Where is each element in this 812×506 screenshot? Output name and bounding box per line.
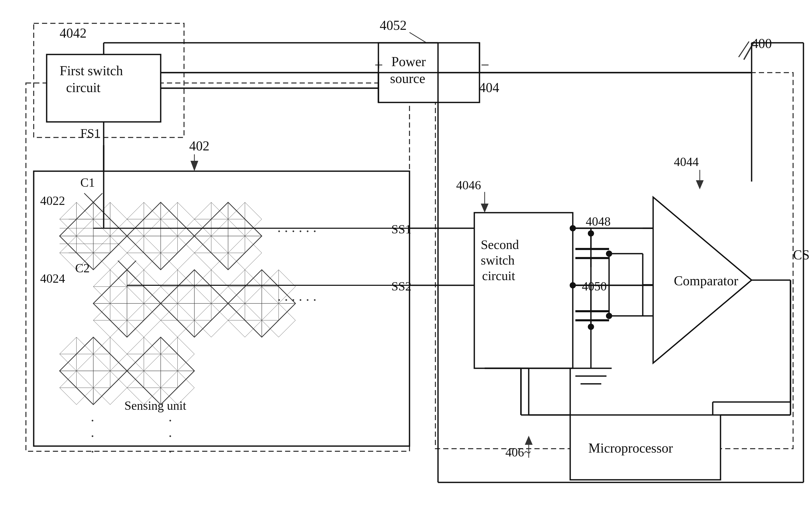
cs-label: CS	[793, 247, 810, 262]
power-source-label-line1: Power	[391, 54, 426, 69]
microprocessor-label: Microprocessor	[588, 441, 673, 455]
fs1-label: FS1	[80, 126, 100, 140]
ref-4022-label: 4022	[40, 194, 65, 207]
svg-rect-10	[34, 171, 409, 446]
ref-4050-label: 4050	[582, 279, 607, 293]
ref-4042-label: 4042	[60, 26, 87, 40]
sensing-unit-label: Sensing unit	[124, 399, 186, 412]
ellipsis-h-1: · · · · · ·	[277, 223, 316, 239]
ss2-label: SS2	[391, 279, 411, 293]
ellipsis-v-6: ·	[169, 444, 172, 459]
second-switch-label-line1: Second	[481, 237, 519, 252]
ellipsis-v-5: ·	[169, 428, 172, 444]
minus-sign: −	[481, 57, 489, 73]
ref-4024-label: 4024	[40, 271, 65, 285]
c1-label: C1	[80, 176, 95, 189]
ellipsis-v-2: ·	[91, 428, 94, 444]
second-switch-label-line2: switch	[481, 253, 515, 267]
ref-4044-label: 4044	[674, 155, 699, 169]
plus-sign: +	[375, 57, 383, 73]
c2-label: C2	[75, 261, 90, 275]
ref-4046-label: 4046	[456, 178, 481, 192]
ellipsis-v-4: ·	[169, 413, 172, 428]
svg-point-170	[588, 324, 594, 330]
comparator-label: Comparator	[674, 273, 738, 288]
ellipsis-v-3: ·	[91, 444, 94, 459]
ellipsis-h-2: · · · · · ·	[277, 292, 316, 308]
svg-rect-160	[474, 213, 573, 368]
first-switch-label-line1: First switch	[60, 63, 123, 78]
ss1-label: SS1	[391, 222, 411, 236]
power-source-label-line2: source	[390, 71, 425, 86]
ref-4052-label: 4052	[380, 18, 407, 33]
first-switch-label-line2: circuit	[66, 80, 101, 95]
ref-406-label: 406~	[505, 445, 531, 459]
ref-4048-label: 4048	[586, 215, 611, 228]
second-switch-label-line3: circuit	[482, 268, 515, 283]
ref-402-label: 402	[189, 139, 209, 153]
ellipsis-v-1: ·	[91, 413, 94, 428]
circuit-diagram: 4042 402 ~404 400 First switch circuit F…	[0, 0, 812, 506]
